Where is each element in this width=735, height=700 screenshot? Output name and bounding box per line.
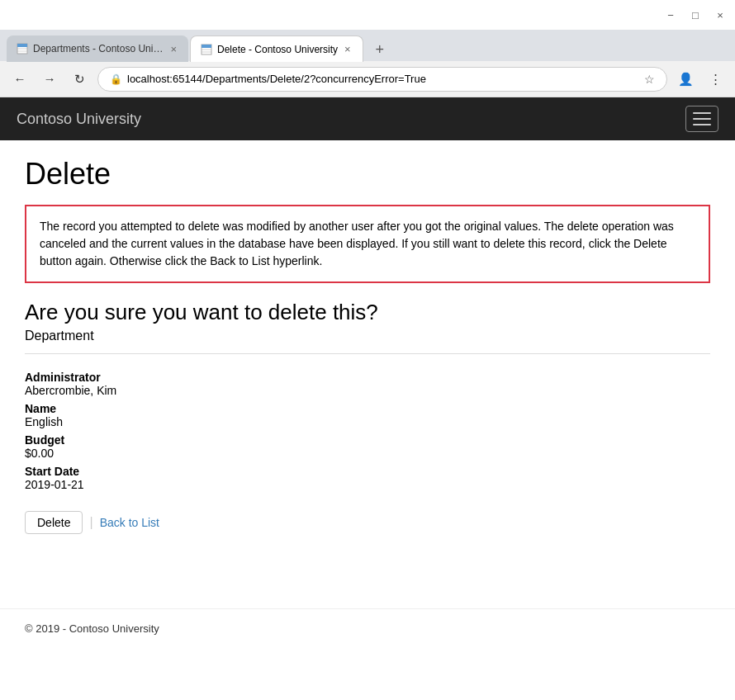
value-administrator: Abercrombie, Kim bbox=[25, 384, 710, 397]
title-bar: − □ × bbox=[0, 0, 735, 30]
tab-favicon-departments bbox=[17, 43, 28, 54]
divider bbox=[25, 353, 710, 354]
title-bar-controls: − □ × bbox=[664, 8, 727, 21]
menu-button[interactable]: ⋮ bbox=[704, 68, 727, 91]
field-name: Name English bbox=[25, 402, 710, 428]
detail-fields: Administrator Abercrombie, Kim Name Engl… bbox=[25, 371, 710, 491]
tab-bar: Departments - Contoso Universi... × Dele… bbox=[0, 30, 735, 61]
hamburger-line-3 bbox=[693, 124, 711, 125]
lock-icon: 🔒 bbox=[110, 73, 122, 85]
section-label: Department bbox=[25, 329, 710, 343]
error-message: The record you attempted to delete was m… bbox=[40, 220, 674, 267]
value-name: English bbox=[25, 415, 710, 428]
svg-rect-1 bbox=[17, 44, 27, 47]
action-bar: Delete | Back to List bbox=[25, 511, 710, 534]
tab-delete-close[interactable]: × bbox=[343, 41, 353, 57]
tab-delete[interactable]: Delete - Contoso University × bbox=[190, 35, 363, 62]
bookmark-icon[interactable]: ☆ bbox=[644, 73, 655, 86]
profile-button[interactable]: 👤 bbox=[674, 68, 697, 91]
action-separator: | bbox=[89, 515, 92, 530]
delete-button[interactable]: Delete bbox=[25, 511, 83, 534]
error-box: The record you attempted to delete was m… bbox=[25, 205, 710, 283]
address-bar: ← → ↻ 🔒 localhost:65144/Departments/Dele… bbox=[0, 61, 735, 97]
footer-text: © 2019 - Contoso University bbox=[25, 622, 159, 635]
navbar-toggle[interactable] bbox=[685, 106, 718, 132]
hamburger-line-2 bbox=[693, 118, 711, 120]
field-administrator: Administrator Abercrombie, Kim bbox=[25, 371, 710, 397]
tab-departments-close[interactable]: × bbox=[168, 41, 178, 57]
field-start-date: Start Date 2019-01-21 bbox=[25, 465, 710, 491]
back-to-list-link[interactable]: Back to List bbox=[100, 516, 159, 529]
page-title: Delete bbox=[25, 157, 710, 192]
forward-nav-button[interactable]: → bbox=[38, 68, 61, 91]
tab-delete-title: Delete - Contoso University bbox=[217, 44, 338, 55]
footer: © 2019 - Contoso University bbox=[0, 608, 735, 648]
tab-departments-title: Departments - Contoso Universi... bbox=[33, 43, 164, 54]
main-content: Delete The record you attempted to delet… bbox=[0, 140, 735, 559]
new-tab-button[interactable]: + bbox=[368, 38, 391, 61]
navbar-brand[interactable]: Contoso University bbox=[17, 111, 141, 128]
svg-rect-5 bbox=[202, 45, 211, 48]
value-budget: $0.00 bbox=[25, 447, 710, 460]
confirm-heading: Are you sure you want to delete this? bbox=[25, 300, 710, 325]
label-start-date: Start Date bbox=[25, 465, 710, 478]
reload-button[interactable]: ↻ bbox=[68, 68, 91, 91]
label-name: Name bbox=[25, 402, 710, 415]
back-nav-button[interactable]: ← bbox=[8, 68, 31, 91]
value-start-date: 2019-01-21 bbox=[25, 478, 710, 491]
url-text: localhost:65144/Departments/Delete/2?con… bbox=[127, 73, 639, 85]
field-budget: Budget $0.00 bbox=[25, 433, 710, 460]
minimize-button[interactable]: − bbox=[664, 8, 677, 21]
close-button[interactable]: × bbox=[714, 8, 727, 21]
label-administrator: Administrator bbox=[25, 371, 710, 384]
hamburger-line-1 bbox=[693, 112, 711, 114]
label-budget: Budget bbox=[25, 433, 710, 447]
app-navbar: Contoso University bbox=[0, 97, 735, 140]
tab-favicon-delete bbox=[201, 44, 212, 55]
address-input[interactable]: 🔒 localhost:65144/Departments/Delete/2?c… bbox=[97, 67, 667, 92]
tab-departments[interactable]: Departments - Contoso Universi... × bbox=[7, 35, 188, 62]
maximize-button[interactable]: □ bbox=[689, 8, 702, 21]
browser-chrome: − □ × Departments - Contoso Universi... … bbox=[0, 0, 735, 97]
